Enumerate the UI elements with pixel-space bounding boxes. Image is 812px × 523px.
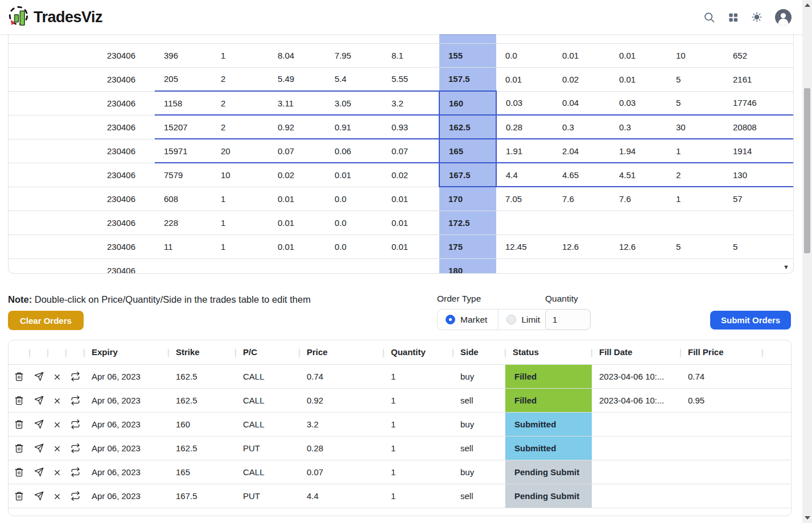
search-icon[interactable] xyxy=(703,11,715,23)
scrollbar-down-arrow[interactable] xyxy=(805,516,810,520)
cancel-order-icon[interactable] xyxy=(53,421,61,429)
chain-strike-cell[interactable]: 160 xyxy=(439,91,496,115)
chain-put-cell-3[interactable]: 7.6 xyxy=(610,187,667,211)
apps-grid-icon[interactable] xyxy=(728,12,739,23)
resubmit-order-icon[interactable] xyxy=(71,467,80,477)
order-type-limit-option[interactable]: Limit xyxy=(498,310,551,330)
delete-order-icon[interactable] xyxy=(14,396,24,405)
chain-call-cell-2[interactable]: 1 xyxy=(212,234,269,258)
resubmit-order-icon[interactable] xyxy=(71,491,80,501)
chain-put-cell-5[interactable]: 652 xyxy=(724,43,781,67)
delete-order-icon[interactable] xyxy=(14,491,24,501)
profile-avatar[interactable] xyxy=(775,9,792,26)
chain-put-cell-2[interactable] xyxy=(553,34,610,43)
chain-put-cell-2[interactable]: 0.3 xyxy=(553,115,610,139)
chain-call-cell-5[interactable]: 8.1 xyxy=(382,43,439,67)
chain-call-cell-5[interactable]: 0.93 xyxy=(382,115,439,139)
chain-call-cell-3[interactable] xyxy=(269,258,325,274)
chain-call-cell-2[interactable]: 2 xyxy=(212,91,269,115)
theme-sun-icon[interactable] xyxy=(751,11,762,23)
chain-put-cell-4[interactable] xyxy=(667,258,724,274)
chain-put-cell-4[interactable]: 5 xyxy=(667,234,724,258)
chain-put-cell-3[interactable]: 0.03 xyxy=(610,91,667,115)
chain-put-cell-4[interactable]: 10 xyxy=(667,43,724,67)
chain-call-cell-4[interactable] xyxy=(325,34,382,43)
chain-put-cell-3[interactable] xyxy=(610,258,667,274)
chain-call-cell-5[interactable]: 0.01 xyxy=(382,234,439,258)
chain-call-cell-1[interactable]: 11 xyxy=(155,234,212,258)
send-order-icon[interactable] xyxy=(34,419,44,429)
order-side-cell[interactable]: buy xyxy=(453,460,505,484)
chain-call-cell-4[interactable]: 0.01 xyxy=(325,163,382,187)
chain-strike-cell[interactable]: 180 xyxy=(439,258,496,274)
chain-put-cell-5[interactable] xyxy=(724,34,781,43)
chain-call-cell-2[interactable]: 2 xyxy=(212,115,269,139)
chain-put-cell-3[interactable] xyxy=(610,34,667,43)
send-order-icon[interactable] xyxy=(34,491,44,501)
chain-put-cell-2[interactable] xyxy=(553,258,610,274)
chain-put-cell-5[interactable]: 17746 xyxy=(724,91,781,115)
cancel-order-icon[interactable] xyxy=(53,492,61,501)
order-side-cell[interactable]: sell xyxy=(453,484,505,508)
cancel-order-icon[interactable] xyxy=(53,373,61,381)
chain-call-cell-1[interactable]: 205 xyxy=(155,67,212,91)
chain-put-cell-3[interactable] xyxy=(610,211,667,234)
resubmit-order-icon[interactable] xyxy=(71,443,80,453)
scrollbar-thumb[interactable] xyxy=(804,88,810,253)
chain-call-cell-1[interactable] xyxy=(155,258,212,274)
limit-radio[interactable] xyxy=(506,315,516,324)
chain-call-cell-3[interactable]: 0.01 xyxy=(269,187,325,211)
chain-put-cell-2[interactable] xyxy=(553,211,610,234)
chain-put-cell-1[interactable]: 4.4 xyxy=(496,163,553,187)
chain-put-cell-3[interactable]: 0.01 xyxy=(610,67,667,91)
chain-call-cell-2[interactable]: 1 xyxy=(212,43,269,67)
order-price-cell[interactable]: 3.2 xyxy=(299,412,384,436)
chain-call-cell-4[interactable]: 0.0 xyxy=(325,234,382,258)
chain-call-cell-1[interactable] xyxy=(155,34,212,43)
send-order-icon[interactable] xyxy=(34,396,44,405)
resubmit-order-icon[interactable] xyxy=(71,419,80,429)
chain-put-cell-2[interactable]: 12.6 xyxy=(553,234,610,258)
chain-put-cell-1[interactable] xyxy=(496,34,553,43)
chain-call-cell-5[interactable]: 0.07 xyxy=(382,139,439,163)
chain-put-cell-5[interactable]: 2161 xyxy=(724,67,781,91)
order-price-cell[interactable]: 0.07 xyxy=(299,460,384,484)
chain-put-cell-3[interactable]: 0.3 xyxy=(610,115,667,139)
chain-call-cell-4[interactable]: 0.0 xyxy=(325,211,382,234)
chain-put-cell-4[interactable]: 2 xyxy=(667,163,724,187)
chain-call-cell-3[interactable]: 8.04 xyxy=(269,43,325,67)
chain-call-cell-3[interactable]: 0.92 xyxy=(269,115,325,139)
chain-call-cell-2[interactable]: 20 xyxy=(212,139,269,163)
chain-call-cell-2[interactable] xyxy=(212,34,269,43)
chain-call-cell-1[interactable]: 15971 xyxy=(155,139,212,163)
chain-call-cell-5[interactable] xyxy=(382,258,439,274)
chain-put-cell-5[interactable]: 57 xyxy=(724,187,781,211)
resubmit-order-icon[interactable] xyxy=(71,372,80,381)
chain-call-cell-2[interactable]: 2 xyxy=(212,67,269,91)
chain-put-cell-4[interactable] xyxy=(667,34,724,43)
chain-strike-cell[interactable]: 155 xyxy=(439,43,496,67)
chain-call-cell-3[interactable]: 0.07 xyxy=(269,139,325,163)
chain-call-cell-5[interactable] xyxy=(382,34,439,43)
chain-put-cell-2[interactable]: 4.65 xyxy=(553,163,610,187)
chain-strike-cell[interactable]: 170 xyxy=(439,187,496,211)
chain-call-cell-4[interactable] xyxy=(325,258,382,274)
chain-put-cell-1[interactable] xyxy=(496,258,553,274)
cancel-order-icon[interactable] xyxy=(53,468,61,477)
chain-put-cell-2[interactable]: 2.04 xyxy=(553,139,610,163)
order-side-cell[interactable]: sell xyxy=(453,388,505,412)
chain-call-cell-3[interactable] xyxy=(269,34,325,43)
chain-put-cell-1[interactable] xyxy=(496,211,553,234)
chain-call-cell-2[interactable]: 1 xyxy=(212,211,269,234)
chain-call-cell-3[interactable]: 0.01 xyxy=(269,234,325,258)
chain-call-cell-5[interactable]: 3.2 xyxy=(382,91,439,115)
delete-order-icon[interactable] xyxy=(14,372,24,381)
brand-logo[interactable]: TradesViz xyxy=(8,6,102,29)
chain-call-cell-2[interactable]: 10 xyxy=(212,163,269,187)
send-order-icon[interactable] xyxy=(34,443,44,453)
page-scrollbar[interactable] xyxy=(802,0,812,523)
chain-put-cell-3[interactable]: 4.51 xyxy=(610,163,667,187)
chain-put-cell-4[interactable]: 30 xyxy=(667,115,724,139)
delete-order-icon[interactable] xyxy=(14,419,24,429)
chain-put-cell-4[interactable]: 5 xyxy=(667,67,724,91)
